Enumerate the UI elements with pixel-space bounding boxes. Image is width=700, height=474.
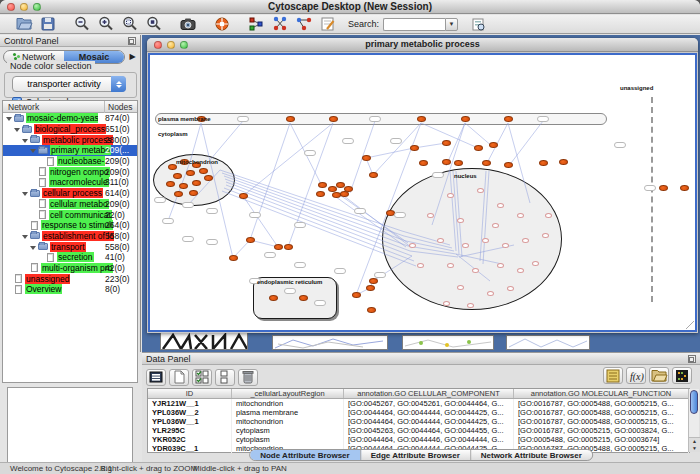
network-node[interactable]: [454, 160, 463, 166]
network-view-titlebar[interactable]: primary metabolic process: [147, 38, 698, 52]
network-node[interactable]: [299, 295, 308, 301]
function-builder-button[interactable]: f(x): [626, 367, 646, 384]
network-node[interactable]: [166, 181, 175, 187]
tree-item[interactable]: metabolic process 280(0): [3, 134, 137, 145]
snapshot-button[interactable]: [177, 15, 199, 33]
network-node[interactable]: [199, 168, 208, 174]
column-header[interactable]: annotation.GO MOLECULAR_FUNCTION: [514, 389, 689, 398]
resize-grip-icon[interactable]: [686, 321, 694, 329]
disclosure-triangle-icon[interactable]: [14, 126, 22, 132]
zoom-in-button[interactable]: [95, 15, 117, 33]
tree-item[interactable]: Overview 8(0): [3, 284, 137, 295]
network-node-small[interactable]: [545, 213, 552, 218]
network-node-small[interactable]: [542, 233, 549, 238]
network-node[interactable]: [274, 244, 283, 250]
network-node-small[interactable]: [487, 291, 494, 296]
network-node[interactable]: [369, 172, 378, 178]
network-label-node[interactable]: [644, 185, 656, 191]
network-node[interactable]: [179, 183, 188, 189]
network-node-small[interactable]: [497, 203, 504, 208]
disclosure-triangle-icon[interactable]: [6, 115, 14, 121]
network-node-small[interactable]: [482, 238, 489, 243]
table-scrollbar[interactable]: ▲▼: [688, 389, 699, 452]
network-node[interactable]: [352, 292, 361, 298]
network-node-small[interactable]: [472, 268, 479, 273]
tree-item[interactable]: establishment of lo 558(0): [3, 231, 137, 242]
network-node[interactable]: [489, 142, 498, 148]
network-label-node[interactable]: [394, 212, 406, 218]
table-row[interactable]: YJR121W__1mitochondrion[GO:0045267, GO:0…: [148, 399, 689, 408]
network-node-small[interactable]: [477, 188, 484, 193]
network-node-small[interactable]: [507, 286, 514, 291]
network-node[interactable]: [192, 180, 201, 186]
network-node[interactable]: [417, 116, 426, 122]
network-label-node[interactable]: [294, 222, 306, 228]
select-attributes-button[interactable]: [192, 369, 212, 386]
tree-item[interactable]: cellular metabo 209(0): [3, 199, 137, 210]
annotate-button[interactable]: [317, 15, 339, 33]
network-node-small[interactable]: [443, 301, 450, 306]
tree-item[interactable]: biological_process 651(0): [3, 124, 137, 135]
search-dropdown-button[interactable]: ▼: [445, 18, 458, 31]
network-node[interactable]: [442, 159, 451, 165]
network-node-small[interactable]: [497, 263, 504, 268]
network-node[interactable]: [269, 295, 278, 301]
disclosure-triangle-icon[interactable]: [30, 244, 38, 250]
column-header[interactable]: _cellularLayoutRegion: [232, 389, 344, 398]
table-row[interactable]: YLR295Ccytoplasm[GO:0045263, GO:0044464,…: [148, 426, 689, 435]
network-node[interactable]: [474, 145, 483, 151]
network-canvas[interactable]: plasma membranecytoplasmmitochondrionnuc…: [148, 53, 697, 332]
network-node-small[interactable]: [447, 193, 454, 198]
network-node-small[interactable]: [517, 268, 524, 273]
network-label-node[interactable]: [206, 239, 218, 245]
network-node[interactable]: [410, 145, 419, 151]
network-node[interactable]: [680, 185, 689, 191]
delete-attribute-button[interactable]: [238, 369, 258, 386]
tree-item[interactable]: nucleobase- 209(0): [3, 156, 137, 167]
network-node[interactable]: [442, 140, 451, 146]
help-button[interactable]: [211, 15, 233, 33]
network-node-small[interactable]: [517, 213, 524, 218]
network-node[interactable]: [419, 160, 428, 166]
network-node-small[interactable]: [457, 285, 464, 290]
float-panel-icon[interactable]: [688, 355, 696, 363]
network-node[interactable]: [362, 155, 371, 161]
network-node[interactable]: [539, 160, 548, 166]
tree-item[interactable]: multi-organism pro 42(0): [3, 263, 137, 274]
network-label-node[interactable]: [182, 236, 194, 242]
float-panel-icon[interactable]: [128, 37, 136, 45]
table-row[interactable]: YPL036W__1mitochondrion[GO:0044464, GO:0…: [148, 417, 689, 426]
network-node-small[interactable]: [502, 243, 509, 248]
network-node-small[interactable]: [522, 238, 529, 243]
tree-item[interactable]: mosaic-demo-yeast 874(0): [3, 113, 137, 124]
open-file-button[interactable]: [13, 15, 35, 33]
tree-item[interactable]: cellular process 614(0): [3, 188, 137, 199]
network-node[interactable]: [284, 244, 293, 250]
network-label-node[interactable]: [374, 272, 386, 278]
create-network-button[interactable]: [245, 15, 267, 33]
network-node[interactable]: [504, 116, 513, 122]
tab-edge-attribute-browser[interactable]: Edge Attribute Browser: [361, 450, 471, 460]
network-node[interactable]: [189, 190, 198, 196]
network-label-node[interactable]: [614, 142, 626, 148]
network-label-node[interactable]: [314, 300, 326, 306]
table-row[interactable]: YPL036W__2plasma membrane[GO:0044464, GO…: [148, 408, 689, 417]
disclosure-triangle-icon[interactable]: [22, 137, 30, 143]
network-node[interactable]: [229, 255, 238, 261]
background-window-fragment[interactable]: [160, 332, 248, 350]
network-node[interactable]: [482, 160, 491, 166]
network-node[interactable]: [246, 237, 255, 243]
network-label-node[interactable]: [354, 208, 366, 214]
birds-eye-view[interactable]: [7, 387, 133, 471]
attribute-matrix-button[interactable]: [672, 367, 692, 384]
attribute-batch-button[interactable]: [603, 367, 623, 384]
network-node-small[interactable]: [409, 243, 416, 248]
network-node-small[interactable]: [417, 263, 424, 268]
network-node-small[interactable]: [427, 213, 434, 218]
network-node[interactable]: [461, 116, 470, 122]
network-label-node[interactable]: [206, 208, 218, 214]
network-label-node[interactable]: [432, 172, 444, 178]
disclosure-triangle-icon[interactable]: [30, 147, 38, 153]
network-label-node[interactable]: [334, 268, 346, 274]
tab-node-attribute-browser[interactable]: Node Attribute Browser: [250, 450, 361, 460]
